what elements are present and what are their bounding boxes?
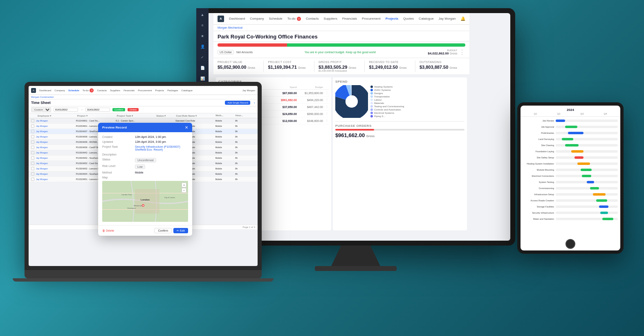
- laptop-nav-todo[interactable]: To-do 3: [83, 88, 94, 92]
- gantt-row-5: Foundation Laying: [523, 149, 618, 154]
- metrics-row: PROJECT VALUE $5,052,900.00 Gross PROJEC…: [213, 58, 469, 75]
- laptop-nav-financials[interactable]: Financials: [123, 89, 135, 92]
- cat-dots-3[interactable]: ⋮: [323, 112, 329, 116]
- monitor-nav-quotes[interactable]: Quotes: [403, 17, 414, 20]
- gantt-row-13: Access Roads Creation: [523, 198, 618, 203]
- tablet-home-button[interactable]: [565, 239, 575, 249]
- cat-dots-4[interactable]: ⋮: [323, 119, 329, 123]
- delete-filter-button[interactable]: Delete: [128, 108, 139, 111]
- row-checkbox[interactable]: [31, 146, 34, 149]
- add-more-btn[interactable]: +: [254, 101, 255, 104]
- row-checkbox[interactable]: [31, 140, 34, 144]
- col-employee: Employee ▾: [38, 114, 77, 117]
- laptop-nav-contacts[interactable]: Contacts: [97, 89, 107, 92]
- monitor-base: [315, 266, 397, 271]
- modal-project-task-value[interactable]: Security Infrastructure (P1030/M37) Shef…: [135, 145, 188, 151]
- modal-close-button[interactable]: ✕: [185, 125, 188, 130]
- gantt-track-2: [556, 132, 618, 134]
- budget-progress-green: [287, 43, 466, 47]
- gantt-label-14: Storage Facilities: [523, 205, 556, 208]
- custom-period-select[interactable]: Custom: [31, 107, 51, 112]
- modal-project-task-label: Project Task: [102, 145, 135, 151]
- row-checkbox[interactable]: [31, 178, 34, 181]
- bell-icon[interactable]: 🔔: [460, 16, 465, 21]
- spend-panel: SPEND: [333, 77, 467, 230]
- laptop-nav-dashboard[interactable]: Dashboard: [39, 89, 51, 92]
- cat-col-budget: Budget: [297, 86, 323, 88]
- row-checkbox[interactable]: [31, 167, 34, 170]
- sidebar-star-icon[interactable]: ★: [201, 33, 206, 39]
- add-single-record-button[interactable]: Add Single Record: [225, 101, 250, 105]
- map-zoom-out-button[interactable]: −: [182, 188, 186, 193]
- modal-delete-button[interactable]: 🗑 Delete: [102, 229, 114, 232]
- cell-method: Mobile: [215, 178, 236, 180]
- monitor-nav-contacts[interactable]: Contacts: [306, 17, 319, 20]
- to-date-input[interactable]: [85, 108, 110, 112]
- row-checkbox[interactable]: [31, 135, 34, 138]
- laptop-nav-procurement[interactable]: Procurement: [138, 89, 152, 92]
- confirm-filter-button[interactable]: Confirm: [112, 108, 125, 111]
- gantt-label-4: Site Clearing: [523, 144, 556, 147]
- from-date-input[interactable]: [54, 108, 78, 112]
- monitor-nav-procurement[interactable]: Procurement: [362, 17, 381, 20]
- metric-gross-profit: GROSS PROFIT $3,883,505.29 Gross $1,030,…: [319, 61, 365, 72]
- gantt-track-7: [556, 162, 618, 165]
- sidebar-users-icon[interactable]: 👤: [201, 43, 206, 50]
- modal-edit-button[interactable]: ✏ Edit: [173, 228, 188, 233]
- sidebar-chart-icon[interactable]: 📊: [201, 75, 206, 82]
- sidebar-home-icon[interactable]: ≡: [201, 22, 206, 29]
- metric-outstanding-label: OUTSTANDING: [420, 61, 461, 63]
- cell-employee: Jay Morgan: [36, 146, 76, 149]
- laptop-todo-badge: 3: [90, 88, 94, 92]
- gantt-label-1: Job Approval: [523, 126, 556, 128]
- modal-method-value: Mobile: [135, 171, 144, 174]
- monitor-nav-suppliers[interactable]: Suppliers: [324, 17, 337, 20]
- monitor-nav-projects[interactable]: Projects: [386, 17, 399, 20]
- modal-created-value: 12th April 2024, 1:00 pm: [135, 135, 166, 138]
- quarter-q2: Q2: [557, 113, 560, 115]
- gantt-track-9: [556, 175, 618, 177]
- row-checkbox[interactable]: [31, 151, 34, 154]
- gantt-bar-8: [581, 169, 592, 171]
- laptop-nav-suppliers[interactable]: Suppliers: [110, 89, 120, 92]
- todo-badge: 3: [297, 17, 301, 21]
- cell-hours: 8h: [235, 151, 255, 154]
- laptop-nav-schedule[interactable]: Schedule: [68, 89, 79, 92]
- po-progress-bar: [335, 129, 465, 131]
- currency-selector[interactable]: US Dollar: [218, 50, 234, 54]
- gantt-label-10: System Testing: [523, 181, 556, 183]
- row-checkbox[interactable]: [31, 119, 34, 122]
- monitor-nav-dashboard[interactable]: Dashboard: [229, 17, 245, 20]
- gantt-label-2: Preliminaries: [523, 132, 556, 134]
- row-checkbox[interactable]: [31, 124, 34, 128]
- row-checkbox[interactable]: [31, 172, 34, 176]
- row-checkbox[interactable]: [31, 162, 34, 165]
- laptop: A Dashboard Company Schedule To-do 3 Con…: [25, 82, 262, 295]
- cat-dots-2[interactable]: ⋮: [323, 105, 329, 109]
- sidebar-check-icon[interactable]: ✓: [201, 54, 206, 61]
- modal-map-label: Map: [102, 176, 135, 179]
- laptop-nav-packages[interactable]: Packages: [167, 89, 178, 92]
- cat-dots-1[interactable]: ⋮: [323, 98, 329, 102]
- monitor-nav-financials[interactable]: Financials: [342, 17, 357, 20]
- pie-chart: [335, 85, 368, 118]
- legend-item-6: Testing and Commissioning: [370, 105, 404, 108]
- sidebar-logo-icon[interactable]: ▲: [201, 13, 206, 18]
- row-checkbox[interactable]: [31, 156, 34, 160]
- monitor-nav-company[interactable]: Company: [250, 17, 264, 20]
- cat-dots-0[interactable]: ⋮: [323, 91, 329, 95]
- metric-project-cost: PROJECT COST $1,169,394.71 Gross: [268, 61, 314, 72]
- monitor-nav-catalogue[interactable]: Catalogue: [419, 17, 433, 20]
- row-checkbox[interactable]: [31, 130, 34, 133]
- budget-more-icon[interactable]: ⋮: [459, 48, 465, 56]
- sidebar-file-icon[interactable]: 📄: [201, 65, 206, 71]
- modal-status-badge: Unconfirmed: [135, 158, 156, 162]
- modal-confirm-button[interactable]: Confirm: [154, 228, 172, 233]
- laptop-nav-company[interactable]: Company: [54, 89, 65, 92]
- map-zoom-in-button[interactable]: +: [182, 183, 186, 187]
- monitor-nav-schedule[interactable]: Schedule: [269, 17, 282, 20]
- monitor-nav-todo[interactable]: To-do 3: [287, 17, 301, 21]
- laptop-nav-catalogue[interactable]: Catalogue: [182, 89, 193, 92]
- laptop-nav-projects[interactable]: Projects: [155, 89, 164, 92]
- budget-info-row: US Dollar Net Amounts You are in your co…: [218, 48, 465, 56]
